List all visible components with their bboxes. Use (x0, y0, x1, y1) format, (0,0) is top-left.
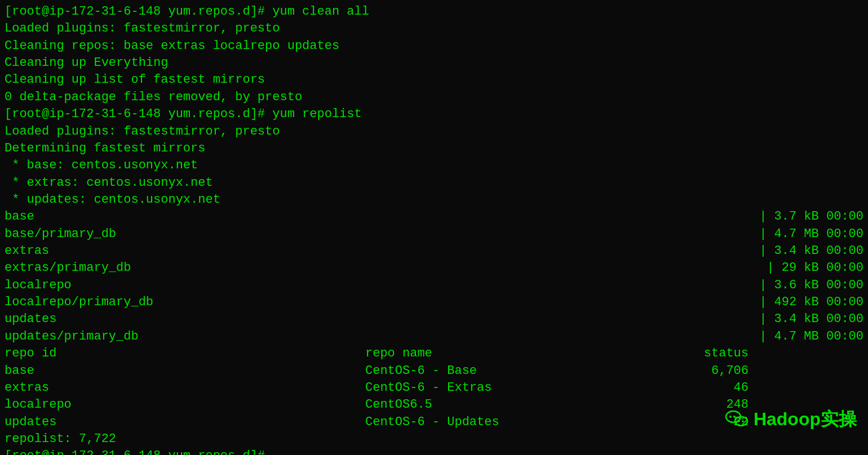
progress-line: localrepo| 3.6 kB 00:00 (5, 277, 863, 294)
terminal-line: Cleaning up Everything (5, 55, 863, 72)
progress-section: base| 3.7 kB 00:00base/primary_db| 4.7 M… (5, 208, 863, 345)
repo-header-row: repo id repo name status (5, 345, 863, 362)
terminal-line: Cleaning up list of fastest mirrors (5, 72, 863, 88)
progress-line: localrepo/primary_db| 492 kB 00:00 (5, 294, 863, 311)
terminal-line: * base: centos.usonyx.net (5, 157, 863, 174)
svg-point-5 (742, 420, 744, 422)
progress-line: updates| 3.4 kB 00:00 (5, 311, 863, 328)
terminal-line: [root@ip-172-31-6-148 yum.repos.d]# yum … (5, 3, 863, 20)
progress-line: updates/primary_db| 4.7 MB 00:00 (5, 328, 863, 345)
terminal-line: 0 delta-package files removed, by presto (5, 89, 863, 106)
terminal-line: [root@ip-172-31-6-148 yum.repos.d]# yum … (5, 106, 863, 123)
progress-line: extras| 3.4 kB 00:00 (5, 243, 863, 260)
terminal-line: Determining fastest mirrors (5, 140, 863, 157)
watermark: Hadoop实操 (724, 407, 857, 431)
terminal-line: Cleaning repos: base extras localrepo up… (5, 38, 863, 55)
final-prompt: [root@ip-172-31-6-148 yum.repos.d]# (5, 448, 863, 455)
svg-point-1 (729, 416, 732, 418)
progress-line: extras/primary_db| 29 kB 00:00 (5, 260, 863, 276)
progress-line: base| 3.7 kB 00:00 (5, 208, 863, 225)
repolist-total: repolist: 7,722 (5, 431, 863, 448)
wechat-icon (724, 407, 749, 431)
watermark-text: Hadoop实操 (754, 407, 857, 431)
repo-row: baseCentOS-6 - Base6,706 (5, 363, 863, 380)
terminal-line: Loaded plugins: fastestmirror, presto (5, 123, 863, 140)
terminal-line: * updates: centos.usonyx.net (5, 191, 863, 208)
repo-row: extrasCentOS-6 - Extras46 (5, 380, 863, 396)
terminal: [root@ip-172-31-6-148 yum.repos.d]# yum … (0, 0, 868, 455)
terminal-line: * extras: centos.usonyx.net (5, 175, 863, 191)
progress-line: base/primary_db| 4.7 MB 00:00 (5, 226, 863, 243)
svg-point-4 (738, 420, 740, 422)
terminal-line: Loaded plugins: fastestmirror, presto (5, 20, 863, 37)
svg-point-2 (733, 416, 736, 418)
